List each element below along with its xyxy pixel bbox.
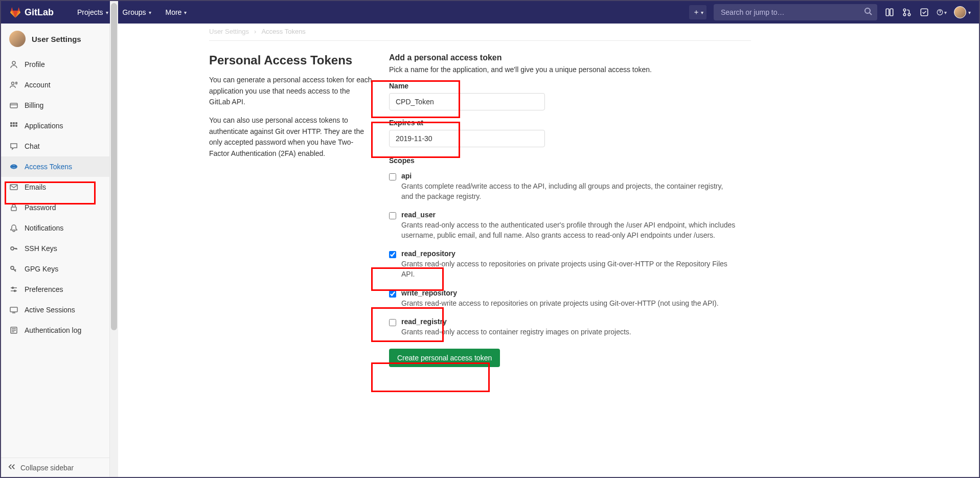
svg-point-6 bbox=[908, 13, 910, 16]
svg-rect-16 bbox=[15, 122, 17, 124]
scope-write_repository: write_repositoryGrants read-write access… bbox=[389, 289, 737, 309]
scope-read_repository: read_repositoryGrants read-only access t… bbox=[389, 249, 737, 279]
scope-label: read_repository bbox=[401, 249, 737, 258]
sidebar-item-label: SSH Keys bbox=[25, 244, 57, 253]
expires-input[interactable] bbox=[389, 130, 545, 147]
emails-icon bbox=[9, 183, 18, 192]
sidebar-item-notif[interactable]: Notifications bbox=[1, 218, 109, 238]
brand-text: GitLab bbox=[25, 7, 54, 18]
issues-icon[interactable] bbox=[884, 7, 895, 17]
scope-desc: Grants read-only access to the authentic… bbox=[401, 220, 737, 240]
svg-point-11 bbox=[16, 82, 17, 84]
sessions-icon bbox=[9, 305, 18, 314]
scope-checkbox-read_user[interactable] bbox=[389, 212, 396, 219]
sidebar-item-profile[interactable]: Profile bbox=[1, 54, 109, 75]
scope-checkbox-write_repository[interactable] bbox=[389, 290, 396, 298]
sidebar-item-tokens[interactable]: Access Tokens bbox=[1, 156, 109, 177]
svg-point-21 bbox=[12, 166, 13, 167]
merge-requests-icon[interactable] bbox=[902, 7, 912, 17]
nav-more[interactable]: More▾ bbox=[158, 1, 194, 24]
ssh-icon bbox=[9, 244, 18, 253]
todos-icon[interactable] bbox=[919, 7, 929, 17]
sidebar-item-apps[interactable]: Applications bbox=[1, 116, 109, 136]
svg-rect-18 bbox=[13, 125, 15, 127]
svg-rect-32 bbox=[10, 307, 17, 312]
nav-groups[interactable]: Groups▾ bbox=[116, 1, 158, 24]
scope-desc: Grants complete read/write access to the… bbox=[401, 181, 737, 201]
sidebar-item-label: Profile bbox=[25, 60, 45, 69]
apps-icon bbox=[9, 121, 18, 130]
create-token-button[interactable]: Create personal access token bbox=[389, 349, 500, 367]
scopes-label: Scopes bbox=[389, 156, 737, 165]
svg-rect-19 bbox=[15, 125, 17, 127]
scope-label: read_registry bbox=[401, 317, 631, 326]
sidebar-item-billing[interactable]: Billing bbox=[1, 95, 109, 116]
name-input[interactable] bbox=[389, 93, 545, 110]
help-icon[interactable]: ▾ bbox=[937, 7, 947, 17]
user-menu[interactable]: ▾ bbox=[954, 6, 971, 18]
svg-point-26 bbox=[11, 247, 14, 250]
svg-point-23 bbox=[15, 166, 16, 167]
search-input[interactable] bbox=[714, 4, 877, 20]
sidebar-item-label: Applications bbox=[25, 122, 63, 130]
tanuki-icon bbox=[9, 6, 21, 18]
sidebar-scrollbar[interactable] bbox=[110, 1, 118, 477]
svg-rect-14 bbox=[10, 122, 12, 124]
scope-label: read_user bbox=[401, 211, 737, 219]
sidebar-title: User Settings bbox=[32, 35, 81, 43]
svg-rect-3 bbox=[890, 9, 893, 16]
sidebar-item-auth[interactable]: Authentication log bbox=[1, 320, 109, 340]
sidebar-item-label: Billing bbox=[25, 101, 43, 109]
sidebar-item-account[interactable]: Account bbox=[1, 75, 109, 95]
chevron-down-icon: ▾ bbox=[701, 10, 703, 15]
sidebar-item-emails[interactable]: Emails bbox=[1, 177, 109, 197]
page-title: Personal Access Tokens bbox=[209, 53, 373, 67]
tokens-icon bbox=[9, 162, 18, 171]
scope-read_registry: read_registryGrants read-only access to … bbox=[389, 317, 737, 337]
collapse-sidebar[interactable]: Collapse sidebar bbox=[1, 458, 109, 477]
sidebar-item-ssh[interactable]: SSH Keys bbox=[1, 238, 109, 259]
chevron-down-icon: ▾ bbox=[149, 10, 151, 15]
scope-checkbox-read_repository[interactable] bbox=[389, 251, 396, 258]
svg-point-22 bbox=[13, 166, 14, 167]
chat-icon bbox=[9, 142, 18, 151]
gitlab-logo[interactable]: GitLab bbox=[9, 6, 54, 18]
sidebar-item-label: Authentication log bbox=[25, 326, 81, 334]
chevron-down-icon: ▾ bbox=[184, 10, 187, 15]
svg-point-9 bbox=[12, 61, 15, 64]
svg-rect-15 bbox=[13, 122, 15, 124]
scope-checkbox-read_registry[interactable] bbox=[389, 319, 396, 326]
sidebar-item-chat[interactable]: Chat bbox=[1, 136, 109, 156]
svg-line-1 bbox=[870, 13, 872, 15]
sidebar-item-label: Access Tokens bbox=[25, 163, 72, 171]
billing-icon bbox=[9, 101, 18, 110]
sidebar: User Settings ProfileAccountBillingAppli… bbox=[1, 24, 110, 477]
scope-desc: Grants read-write access to repositories… bbox=[401, 299, 719, 309]
chevron-left-icon bbox=[8, 463, 15, 472]
sidebar-item-gpg[interactable]: GPG Keys bbox=[1, 259, 109, 279]
sidebar-item-label: Active Sessions bbox=[25, 306, 75, 314]
sidebar-item-label: Password bbox=[25, 203, 56, 212]
breadcrumb: User Settings›Access Tokens bbox=[209, 24, 751, 35]
auth-icon bbox=[9, 326, 18, 335]
avatar bbox=[9, 31, 26, 47]
svg-rect-24 bbox=[10, 185, 17, 190]
scope-desc: Grants read-only access to repositories … bbox=[401, 259, 737, 279]
sidebar-item-password[interactable]: Password bbox=[1, 197, 109, 218]
sidebar-item-label: GPG Keys bbox=[25, 265, 58, 273]
nav-projects[interactable]: Projects▾ bbox=[70, 1, 116, 24]
scope-checkbox-api[interactable] bbox=[389, 173, 396, 180]
notif-icon bbox=[9, 223, 18, 233]
main-content: User Settings›Access Tokens Personal Acc… bbox=[118, 24, 979, 477]
scope-label: write_repository bbox=[401, 289, 719, 297]
search-icon bbox=[864, 7, 872, 17]
sidebar-item-label: Emails bbox=[25, 183, 46, 191]
account-icon bbox=[9, 80, 18, 89]
sidebar-item-sessions[interactable]: Active Sessions bbox=[1, 300, 109, 320]
scope-read_user: read_userGrants read-only access to the … bbox=[389, 211, 737, 240]
sidebar-item-pref[interactable]: Preferences bbox=[1, 279, 109, 300]
gpg-icon bbox=[9, 264, 18, 274]
new-menu-button[interactable]: ＋▾ bbox=[689, 5, 706, 19]
sidebar-item-label: Chat bbox=[25, 142, 40, 150]
form-title: Add a personal access token bbox=[389, 53, 737, 62]
